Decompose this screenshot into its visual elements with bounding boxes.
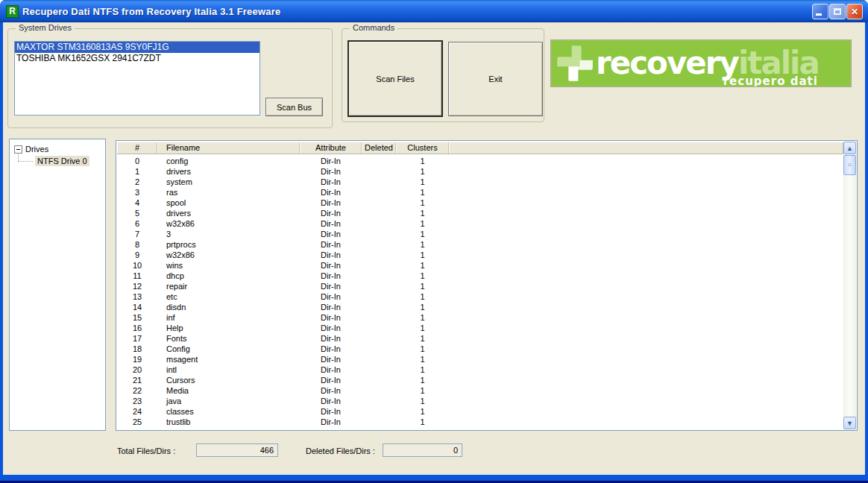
table-row[interactable]: 73Dir-In1 [117, 229, 843, 239]
table-row[interactable]: 21CursorsDir-In1 [117, 375, 843, 385]
table-row[interactable]: 17FontsDir-In1 [117, 333, 843, 344]
cell-deleted [362, 250, 396, 260]
table-row[interactable]: 18ConfigDir-In1 [117, 344, 843, 354]
table-row[interactable]: 0configDir-In1 [117, 156, 843, 166]
drive-list-item[interactable]: TOSHIBA MK1652GSX 2941C7ZDT [15, 53, 260, 64]
minimize-button[interactable] [812, 4, 828, 19]
cell-index: 11 [117, 271, 157, 281]
cell-attribute: Dir-In [300, 166, 362, 177]
cell-deleted [362, 364, 396, 375]
cell-index: 26 [117, 427, 157, 429]
cell-attribute: Dir-In [300, 229, 362, 239]
table-row[interactable]: 13etcDir-In1 [117, 291, 843, 302]
cell-filename: dhcp [157, 271, 300, 281]
table-row[interactable]: 22MediaDir-In1 [117, 385, 843, 396]
cell-deleted [362, 323, 396, 333]
table-row[interactable]: 20intlDir-In1 [117, 364, 843, 375]
cell-index: 17 [117, 333, 157, 344]
table-row[interactable]: 4spoolDir-In1 [117, 198, 843, 208]
tree-root-row[interactable]: Drives [14, 145, 48, 154]
exit-button[interactable]: Exit [448, 42, 543, 116]
column-header-clusters[interactable]: Clusters [396, 142, 449, 154]
drive-list-item[interactable]: MAXTOR STM3160813AS 9SY0FJ1G [15, 42, 260, 53]
cell-attribute: Dir-In [300, 156, 362, 166]
table-row[interactable]: 19msagentDir-In1 [117, 354, 843, 364]
table-row[interactable]: 26ShellNewDir-In1 [117, 427, 843, 429]
minimize-icon [816, 13, 822, 16]
column-header-deleted[interactable]: Deleted [362, 142, 396, 154]
cell-filename: msagent [157, 354, 300, 364]
cell-attribute: Dir-In [300, 417, 362, 427]
table-row[interactable]: 23javaDir-In1 [117, 396, 843, 406]
titlebar[interactable]: R Recupero Dati NTFS from Recovery Itali… [0, 0, 868, 22]
cell-clusters: 1 [396, 302, 449, 312]
close-button[interactable]: ✕ [846, 4, 863, 19]
column-header-index[interactable]: # [117, 142, 157, 154]
scan-bus-button[interactable]: Scan Bus [265, 98, 323, 116]
table-row[interactable]: 16HelpDir-In1 [117, 323, 843, 333]
table-row[interactable]: 2systemDir-In1 [117, 177, 843, 187]
cell-clusters: 1 [396, 406, 449, 417]
cell-index: 24 [117, 406, 157, 417]
cell-attribute: Dir-In [300, 250, 362, 260]
table-row[interactable]: 24classesDir-In1 [117, 406, 843, 417]
cell-deleted [362, 218, 396, 229]
table-row[interactable]: 14disdnDir-In1 [117, 302, 843, 312]
cell-index: 18 [117, 344, 157, 354]
cell-deleted [362, 177, 396, 187]
table-row[interactable]: 12repairDir-In1 [117, 281, 843, 291]
maximize-button[interactable] [829, 4, 846, 19]
cell-deleted [362, 375, 396, 385]
scrollbar-thumb[interactable]: ≡ [843, 155, 856, 175]
cell-index: 14 [117, 302, 157, 312]
tree-node-ntfs-drive[interactable]: NTFS Drive 0 [35, 156, 89, 166]
cell-index: 2 [117, 177, 157, 187]
cell-attribute: Dir-In [300, 344, 362, 354]
cell-attribute: Dir-In [300, 291, 362, 302]
cell-deleted [362, 156, 396, 166]
cell-index: 13 [117, 291, 157, 302]
cell-attribute: Dir-In [300, 406, 362, 417]
system-drives-group-label: System Drives [16, 23, 75, 32]
cell-filename: system [157, 177, 300, 187]
cell-attribute: Dir-In [300, 198, 362, 208]
cell-clusters: 1 [396, 260, 449, 271]
table-row[interactable]: 10winsDir-In1 [117, 260, 843, 271]
table-row[interactable]: 1driversDir-In1 [117, 166, 843, 177]
scroll-down-button[interactable]: ▼ [843, 417, 856, 429]
cell-deleted [362, 187, 396, 198]
table-row[interactable]: 9w32x86Dir-In1 [117, 250, 843, 260]
table-row[interactable]: 11dhcpDir-In1 [117, 271, 843, 281]
cell-attribute: Dir-In [300, 239, 362, 250]
table-row[interactable]: 15infDir-In1 [117, 312, 843, 323]
cell-deleted [362, 333, 396, 344]
table-row[interactable]: 3rasDir-In1 [117, 187, 843, 198]
cell-clusters: 1 [396, 271, 449, 281]
cell-filename: config [157, 156, 300, 166]
system-drives-group: System Drives MAXTOR STM3160813AS 9SY0FJ… [7, 28, 333, 128]
cell-index: 0 [117, 156, 157, 166]
drive-listbox[interactable]: MAXTOR STM3160813AS 9SY0FJ1GTOSHIBA MK16… [14, 41, 260, 116]
file-table-rows[interactable]: 0configDir-In11driversDir-In12systemDir-… [117, 154, 843, 429]
cell-deleted [362, 427, 396, 429]
cell-attribute: Dir-In [300, 427, 362, 429]
cell-filename: drivers [157, 166, 300, 177]
cell-filename: Cursors [157, 375, 300, 385]
table-row[interactable]: 5driversDir-In1 [117, 208, 843, 218]
cell-deleted [362, 344, 396, 354]
scroll-up-button[interactable]: ▲ [843, 142, 856, 154]
table-row[interactable]: 25trustlibDir-In1 [117, 417, 843, 427]
cell-index: 20 [117, 364, 157, 375]
scan-files-button[interactable]: Scan Files [347, 40, 443, 117]
column-header-filename[interactable]: Filename [157, 142, 300, 154]
vertical-scrollbar[interactable]: ▲ ≡ ▼ [843, 142, 856, 429]
table-row[interactable]: 8prtprocsDir-In1 [117, 239, 843, 250]
cell-index: 6 [117, 218, 157, 229]
table-row[interactable]: 6w32x86Dir-In1 [117, 218, 843, 229]
collapse-icon[interactable] [14, 145, 22, 154]
cell-clusters: 1 [396, 323, 449, 333]
column-header-attribute[interactable]: Attribute [300, 142, 362, 154]
cell-attribute: Dir-In [300, 364, 362, 375]
cell-deleted [362, 239, 396, 250]
cell-deleted [362, 229, 396, 239]
